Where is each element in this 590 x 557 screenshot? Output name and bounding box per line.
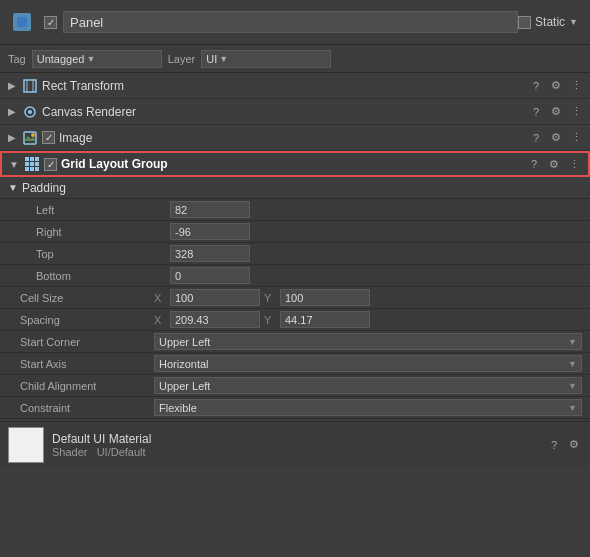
- child-alignment-value: Upper Left: [159, 380, 210, 392]
- grid-layout-settings[interactable]: ⚙: [546, 156, 562, 172]
- rect-transform-settings[interactable]: ⚙: [548, 78, 564, 94]
- tag-dropdown[interactable]: Untagged ▼: [32, 50, 162, 68]
- static-label: Static: [535, 15, 565, 29]
- canvas-renderer-help[interactable]: ?: [528, 104, 544, 120]
- layer-label: Layer: [168, 53, 196, 65]
- grid-layout-actions: ? ⚙ ⋮: [526, 156, 582, 172]
- image-help[interactable]: ?: [528, 130, 544, 146]
- spacing-x-label: X: [154, 314, 166, 326]
- padding-top-label: Top: [36, 248, 166, 260]
- active-check[interactable]: [44, 16, 57, 29]
- tag-layer-row: Tag Untagged ▼ Layer UI ▼: [0, 45, 590, 73]
- padding-right-label: Right: [36, 226, 166, 238]
- rect-transform-help[interactable]: ?: [528, 78, 544, 94]
- start-corner-dropdown[interactable]: Upper Left ▼: [154, 333, 582, 350]
- spacing-x-input[interactable]: [170, 311, 260, 328]
- cell-size-y-label: Y: [264, 292, 276, 304]
- constraint-label: Constraint: [20, 402, 150, 414]
- canvas-renderer-name: Canvas Renderer: [42, 105, 524, 119]
- spacing-xy: X Y: [154, 311, 582, 328]
- image-checkbox[interactable]: [42, 131, 55, 144]
- cell-size-xy: X Y: [154, 289, 582, 306]
- padding-bottom-label: Bottom: [36, 270, 166, 282]
- start-axis-dropdown[interactable]: Horizontal ▼: [154, 355, 582, 372]
- spacing-y-input[interactable]: [280, 311, 370, 328]
- material-thumbnail[interactable]: [8, 427, 44, 463]
- padding-right-input[interactable]: [170, 223, 250, 240]
- child-alignment-dropdown[interactable]: Upper Left ▼: [154, 377, 582, 394]
- grid-layout-icon: [24, 156, 40, 172]
- padding-top-input[interactable]: [170, 245, 250, 262]
- start-corner-value: Upper Left: [159, 336, 210, 348]
- cell-size-label: Cell Size: [20, 292, 150, 304]
- grid-layout-menu[interactable]: ⋮: [566, 156, 582, 172]
- material-section: Default UI Material Shader UI/Default ? …: [0, 421, 590, 467]
- grid-layout-expand[interactable]: ▼: [8, 158, 20, 170]
- spacing-label: Spacing: [20, 314, 150, 326]
- canvas-renderer-menu[interactable]: ⋮: [568, 104, 584, 120]
- constraint-value: Flexible: [159, 402, 197, 414]
- image-settings[interactable]: ⚙: [548, 130, 564, 146]
- svg-rect-2: [24, 80, 36, 92]
- component-image[interactable]: ▶ Image ? ⚙ ⋮: [0, 125, 590, 151]
- material-shader-value: UI/Default: [97, 446, 146, 458]
- component-canvas-renderer[interactable]: ▶ Canvas Renderer ? ⚙ ⋮: [0, 99, 590, 125]
- static-checkbox[interactable]: [518, 16, 531, 29]
- constraint-dropdown[interactable]: Flexible ▼: [154, 399, 582, 416]
- padding-left-value: [170, 201, 582, 218]
- game-object-icon: [8, 8, 36, 36]
- canvas-renderer-settings[interactable]: ⚙: [548, 104, 564, 120]
- image-name: Image: [59, 131, 524, 145]
- material-settings[interactable]: ⚙: [566, 437, 582, 453]
- image-expand[interactable]: ▶: [6, 132, 18, 144]
- canvas-renderer-actions: ? ⚙ ⋮: [528, 104, 584, 120]
- rect-transform-menu[interactable]: ⋮: [568, 78, 584, 94]
- object-name-input[interactable]: [63, 11, 518, 33]
- cell-size-x-label: X: [154, 292, 166, 304]
- child-alignment-label: Child Alignment: [20, 380, 150, 392]
- padding-bottom-row: Bottom: [0, 265, 590, 287]
- canvas-renderer-expand[interactable]: ▶: [6, 106, 18, 118]
- padding-header[interactable]: ▼ Padding: [0, 177, 590, 199]
- padding-bottom-input[interactable]: [170, 267, 250, 284]
- padding-left-label: Left: [36, 204, 166, 216]
- padding-expand[interactable]: ▼: [8, 182, 18, 193]
- material-shader: Shader UI/Default: [52, 446, 538, 458]
- cell-size-y-input[interactable]: [280, 289, 370, 306]
- padding-right-row: Right: [0, 221, 590, 243]
- rect-transform-icon: [22, 78, 38, 94]
- rect-transform-name: Rect Transform: [42, 79, 524, 93]
- grid-layout-name: Grid Layout Group: [61, 157, 522, 171]
- image-menu[interactable]: ⋮: [568, 130, 584, 146]
- rect-transform-expand[interactable]: ▶: [6, 80, 18, 92]
- material-actions: ? ⚙: [546, 437, 582, 453]
- padding-right-value: [170, 223, 582, 240]
- start-axis-value: Horizontal: [159, 358, 209, 370]
- component-grid-layout-group[interactable]: ▼ Grid Layout Group ? ⚙ ⋮: [0, 151, 590, 177]
- component-rect-transform[interactable]: ▶ Rect Transform ? ⚙ ⋮: [0, 73, 590, 99]
- spacing-y-label: Y: [264, 314, 276, 326]
- grid-layout-check[interactable]: [44, 158, 57, 171]
- material-help[interactable]: ?: [546, 437, 562, 453]
- tag-dropdown-arrow: ▼: [86, 54, 95, 64]
- active-checkbox[interactable]: [44, 16, 57, 29]
- child-alignment-arrow: ▼: [568, 381, 577, 391]
- start-axis-label: Start Axis: [20, 358, 150, 370]
- rect-transform-actions: ? ⚙ ⋮: [528, 78, 584, 94]
- svg-rect-1: [17, 17, 27, 27]
- image-actions: ? ⚙ ⋮: [528, 130, 584, 146]
- material-shader-label: Shader: [52, 446, 87, 458]
- padding-bottom-value: [170, 267, 582, 284]
- svg-point-9: [31, 133, 35, 137]
- properties-panel: ▼ Padding Left Right Top Bottom Cell Siz…: [0, 177, 590, 419]
- start-corner-arrow: ▼: [568, 337, 577, 347]
- image-check[interactable]: [42, 131, 55, 144]
- grid-layout-checkbox[interactable]: [44, 158, 57, 171]
- cell-size-x-input[interactable]: [170, 289, 260, 306]
- start-corner-row: Start Corner Upper Left ▼: [0, 331, 590, 353]
- static-dropdown-arrow[interactable]: ▼: [569, 17, 578, 27]
- layer-dropdown[interactable]: UI ▼: [201, 50, 331, 68]
- padding-top-value: [170, 245, 582, 262]
- grid-layout-help[interactable]: ?: [526, 156, 542, 172]
- padding-left-input[interactable]: [170, 201, 250, 218]
